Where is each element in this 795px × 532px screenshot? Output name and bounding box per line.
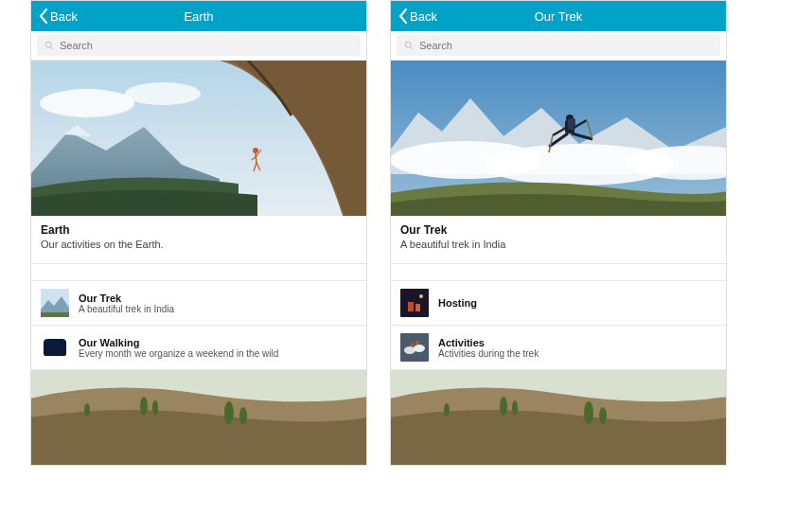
svg-point-46 (584, 401, 593, 424)
headline-title: Our Trek (400, 223, 716, 237)
hero-image (31, 61, 366, 216)
svg-point-5 (253, 148, 258, 153)
svg-point-15 (152, 400, 158, 416)
back-label: Back (410, 9, 437, 24)
bottom-image (31, 370, 366, 465)
search-input[interactable] (60, 40, 353, 51)
svg-point-44 (500, 397, 507, 416)
list-item-text: Hosting (438, 297, 477, 309)
headline-title: Earth (41, 223, 357, 237)
svg-point-4 (125, 82, 201, 105)
navbar: Back Earth (31, 1, 366, 31)
svg-point-3 (40, 89, 134, 117)
row-subtitle: Activities during the trek (438, 348, 539, 359)
thumb-hosting-icon (400, 289, 429, 317)
back-button[interactable]: Back (391, 9, 445, 24)
svg-point-40 (414, 345, 425, 352)
section-divider (31, 264, 366, 281)
search-field-wrapper[interactable] (397, 35, 720, 56)
headline-subtitle: A beautiful trek in India (400, 239, 716, 250)
list-item-hosting[interactable]: Hosting (391, 281, 726, 326)
chevron-left-icon (398, 9, 408, 24)
searchbar (391, 31, 726, 61)
thumb-trek-icon (41, 289, 69, 317)
list-item-text: Our Walking Every month we organize a we… (79, 337, 278, 359)
svg-line-6 (256, 153, 256, 163)
headline: Our Trek A beautiful trek in India (391, 216, 726, 264)
search-field-wrapper[interactable] (37, 35, 361, 56)
row-title: Activities (438, 337, 539, 348)
chevron-left-icon (39, 9, 48, 24)
svg-point-48 (444, 403, 450, 417)
search-icon (44, 41, 54, 50)
search-input[interactable] (419, 40, 713, 51)
list-item-text: Our Trek A beautiful trek in India (79, 293, 174, 314)
row-subtitle: Every month we organize a weekend in the… (79, 348, 278, 359)
svg-point-16 (224, 401, 234, 424)
row-title: Our Walking (79, 337, 278, 348)
list-item-text: Activities Activities during the trek (438, 337, 539, 359)
hero-image (391, 61, 726, 216)
screen-trek: Back Our Trek (390, 0, 727, 466)
svg-line-1 (51, 47, 54, 50)
svg-line-20 (411, 47, 414, 50)
svg-rect-35 (408, 302, 414, 311)
svg-point-41 (410, 343, 414, 346)
svg-point-47 (599, 407, 607, 424)
list-item-walking[interactable]: Our Walking Every month we organize a we… (31, 326, 366, 370)
svg-point-42 (415, 341, 419, 345)
list-item-activities[interactable]: Activities Activities during the trek (391, 326, 726, 370)
svg-point-19 (405, 42, 411, 47)
svg-rect-34 (400, 289, 429, 317)
svg-point-37 (419, 294, 423, 298)
screen-earth: Back Earth (30, 0, 367, 466)
svg-point-18 (84, 403, 90, 417)
searchbar (31, 31, 366, 61)
thumb-activities-icon (400, 333, 429, 362)
search-icon (404, 41, 414, 50)
navbar: Back Our Trek (391, 1, 726, 31)
svg-point-0 (45, 42, 51, 47)
svg-point-14 (140, 397, 148, 416)
row-title: Hosting (438, 297, 477, 309)
section-divider (391, 264, 726, 281)
list-item-trek[interactable]: Our Trek A beautiful trek in India (31, 281, 366, 326)
headline: Earth Our activities on the Earth. (31, 216, 366, 264)
row-title: Our Trek (79, 293, 174, 304)
row-subtitle: A beautiful trek in India (79, 304, 174, 314)
back-label: Back (50, 9, 78, 24)
svg-point-45 (512, 400, 518, 416)
thumb-walking-icon (41, 333, 69, 362)
svg-point-17 (239, 407, 247, 424)
svg-rect-36 (415, 304, 420, 311)
headline-subtitle: Our activities on the Earth. (41, 239, 357, 250)
back-button[interactable]: Back (31, 9, 85, 24)
bottom-image (391, 370, 726, 465)
